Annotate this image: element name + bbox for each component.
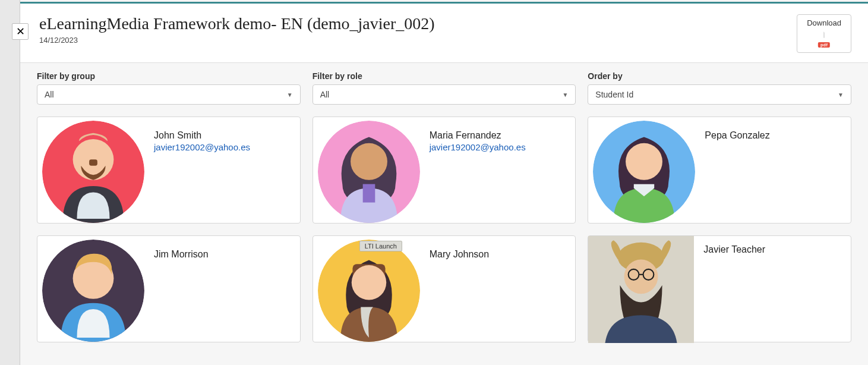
- student-name: John Smith: [154, 130, 250, 141]
- avatar: [588, 236, 694, 343]
- chevron-down-icon: ▼: [562, 92, 568, 98]
- modal-header: ✕ eLearningMedia Framework demo- EN (dem…: [20, 4, 868, 63]
- svg-point-7: [626, 143, 662, 180]
- avatar: [593, 121, 695, 223]
- filter-group-label: Filter by group: [37, 71, 301, 81]
- svg-point-5: [351, 143, 387, 180]
- lti-launch-tooltip: LTI Launch: [359, 241, 402, 251]
- modal-window: ✕ eLearningMedia Framework demo- EN (dem…: [20, 2, 868, 365]
- avatar: [318, 240, 420, 342]
- title-area: eLearningMedia Framework demo- EN (demo_…: [39, 14, 797, 45]
- svg-point-12: [351, 265, 386, 300]
- student-card[interactable]: Maria Fernandez javier192002@yahoo.es: [313, 117, 576, 224]
- svg-rect-4: [362, 184, 375, 203]
- page-date: 14/12/2023: [39, 36, 797, 45]
- chevron-down-icon: ▼: [838, 92, 844, 98]
- student-email[interactable]: javier192002@yahoo.es: [430, 142, 526, 152]
- student-name: Pepa Gonzalez: [705, 130, 769, 141]
- background-sidebar: [0, 0, 20, 365]
- student-info: John Smith javier192002@yahoo.es: [154, 122, 250, 218]
- close-button[interactable]: ✕: [12, 23, 29, 40]
- student-email[interactable]: javier192002@yahoo.es: [154, 142, 250, 152]
- svg-rect-2: [89, 159, 97, 165]
- filter-role-select[interactable]: All ▼: [313, 84, 576, 105]
- avatar: [318, 121, 420, 223]
- filter-role: Filter by role All ▼: [313, 71, 576, 105]
- avatar: [42, 240, 144, 342]
- filter-role-value: All: [320, 90, 330, 99]
- student-name: Javier Teacher: [703, 244, 765, 255]
- filters-row: Filter by group All ▼ Filter by role All…: [37, 71, 851, 105]
- student-info: Jim Morrison: [154, 241, 209, 337]
- student-cards-grid: John Smith javier192002@yahoo.es Ma: [37, 117, 851, 342]
- student-name: Mary Johnson: [430, 249, 490, 260]
- order-by-value: Student Id: [595, 90, 633, 99]
- svg-point-1: [73, 139, 114, 180]
- page-title: eLearningMedia Framework demo- EN (demo_…: [39, 14, 797, 33]
- order-by: Order by Student Id ▼: [588, 71, 851, 105]
- student-info: Mary Johnson: [430, 241, 490, 337]
- order-by-label: Order by: [588, 71, 851, 81]
- avatar: [42, 121, 144, 223]
- close-icon: ✕: [16, 25, 25, 38]
- pdf-icon: pdf: [816, 29, 832, 49]
- student-name: Jim Morrison: [154, 249, 209, 260]
- student-card[interactable]: Javier Teacher: [588, 235, 851, 342]
- order-by-select[interactable]: Student Id ▼: [588, 84, 851, 105]
- filter-group: Filter by group All ▼: [37, 71, 301, 105]
- student-info: Maria Fernandez javier192002@yahoo.es: [430, 122, 526, 218]
- student-card[interactable]: Jim Morrison: [37, 235, 301, 342]
- student-card[interactable]: John Smith javier192002@yahoo.es: [37, 117, 301, 224]
- chevron-down-icon: ▼: [287, 92, 293, 98]
- student-info: Javier Teacher: [703, 236, 765, 342]
- download-label: Download: [807, 18, 841, 27]
- student-info: Pepa Gonzalez: [705, 122, 769, 218]
- student-name: Maria Fernandez: [430, 130, 526, 141]
- student-card[interactable]: LTI Launch Mary Johnson: [313, 235, 576, 342]
- filter-group-value: All: [45, 90, 54, 99]
- filter-group-select[interactable]: All ▼: [37, 84, 301, 105]
- student-card[interactable]: Pepa Gonzalez: [588, 117, 851, 224]
- modal-body: Filter by group All ▼ Filter by role All…: [20, 63, 868, 365]
- download-button[interactable]: Download pdf: [797, 14, 851, 53]
- filter-role-label: Filter by role: [313, 71, 576, 81]
